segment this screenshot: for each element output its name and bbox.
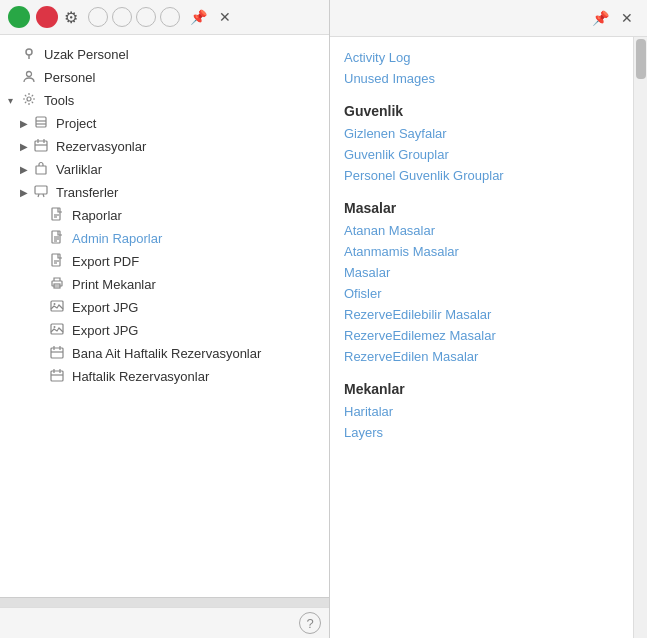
tree-item-bana-ait[interactable]: Bana Ait Haftalik Rezervasyonlar (0, 342, 329, 365)
tree-label-haftalik: Haftalik Rezervasyonlar (72, 369, 209, 384)
tree-icon-haftalik (50, 368, 66, 385)
svg-rect-21 (52, 254, 60, 266)
horizontal-scrollbar[interactable] (0, 597, 329, 607)
nav-arrows (88, 7, 180, 27)
menu-link-rezerve-edilen[interactable]: RezerveEdilen Masalar (344, 346, 629, 367)
menu-link-rezerve-edilebilir[interactable]: RezerveEdilebilir Masalar (344, 304, 629, 325)
tree-icon-tools (22, 92, 38, 109)
tree-label-transferler: Transferler (56, 185, 118, 200)
tree-label-export-jpg-2: Export JPG (72, 323, 138, 338)
tree-label-varliklar: Varliklar (56, 162, 102, 177)
tree-arrow-transferler: ▶ (20, 187, 30, 198)
tree-icon-export-jpg-2 (50, 322, 66, 339)
gear-button[interactable]: ⚙ (64, 8, 78, 27)
left-tree: Uzak PersonelPersonel▾Tools▶Project▶Reze… (0, 35, 329, 597)
tree-arrow-tools: ▾ (8, 95, 18, 106)
right-scrollbar[interactable] (633, 37, 647, 638)
svg-rect-10 (36, 166, 46, 174)
tree-item-raporlar[interactable]: Raporlar (0, 204, 329, 227)
menu-link-masalar[interactable]: Masalar (344, 262, 629, 283)
right-toolbar-buttons: 📌 ✕ (588, 8, 635, 28)
right-content-wrapper: Activity LogUnused ImagesGuvenlikGizlene… (330, 37, 647, 638)
add-button[interactable] (8, 6, 30, 28)
menu-link-haritalar[interactable]: Haritalar (344, 401, 629, 422)
tree-icon-print-mekanlar (50, 276, 66, 293)
tree-item-personel[interactable]: Personel (0, 66, 329, 89)
pin-button[interactable]: 📌 (188, 7, 209, 27)
tree-label-rezervasyonlar: Rezervasyonlar (56, 139, 146, 154)
tree-item-transferler[interactable]: ▶Transferler (0, 181, 329, 204)
main-container: ⚙ 📌 ✕ Uzak PersonelPersonel▾Tools▶Projec… (0, 0, 647, 638)
tree-item-haftalik[interactable]: Haftalik Rezervasyonlar (0, 365, 329, 388)
svg-rect-34 (51, 371, 63, 381)
tree-icon-export-pdf (50, 253, 66, 270)
tree-item-tools[interactable]: ▾Tools (0, 89, 329, 112)
tree-item-uzak-personel[interactable]: Uzak Personel (0, 43, 329, 66)
tree-icon-export-jpg-1 (50, 299, 66, 316)
right-scroll-thumb[interactable] (636, 39, 646, 79)
tree-item-export-jpg-1[interactable]: Export JPG (0, 296, 329, 319)
tree-item-rezervasyonlar[interactable]: ▶Rezervasyonlar (0, 135, 329, 158)
section-header-guvenlik: Guvenlik (344, 103, 629, 119)
menu-link-layers[interactable]: Layers (344, 422, 629, 443)
nav-forward3[interactable] (160, 7, 180, 27)
tree-icon-rezervasyonlar (34, 138, 50, 155)
section-header-masalar: Masalar (344, 200, 629, 216)
tree-label-personel: Personel (44, 70, 95, 85)
help-button[interactable]: ? (299, 612, 321, 634)
tree-label-project: Project (56, 116, 96, 131)
menu-link-activity-log[interactable]: Activity Log (344, 47, 629, 68)
svg-rect-3 (36, 117, 46, 127)
tree-label-admin-raporlar: Admin Raporlar (72, 231, 162, 246)
menu-link-atanan-masalar[interactable]: Atanan Masalar (344, 220, 629, 241)
tree-item-print-mekanlar[interactable]: Print Mekanlar (0, 273, 329, 296)
tree-item-project[interactable]: ▶Project (0, 112, 329, 135)
close-left-button[interactable]: ✕ (217, 7, 233, 27)
nav-back[interactable] (88, 7, 108, 27)
remove-button[interactable] (36, 6, 58, 28)
svg-rect-6 (35, 141, 47, 151)
svg-rect-14 (52, 208, 60, 220)
menu-link-personel-guvenlik[interactable]: Personel Guvenlik Grouplar (344, 165, 629, 186)
menu-link-atanmamis-masalar[interactable]: Atanmamis Masalar (344, 241, 629, 262)
tree-icon-transferler (34, 184, 50, 201)
menu-link-gizlenen-sayfalar[interactable]: Gizlenen Sayfalar (344, 123, 629, 144)
tree-item-varliklar[interactable]: ▶Varliklar (0, 158, 329, 181)
left-toolbar: ⚙ 📌 ✕ (0, 0, 329, 35)
svg-point-29 (54, 326, 56, 328)
tree-item-export-pdf[interactable]: Export PDF (0, 250, 329, 273)
svg-rect-28 (51, 324, 63, 334)
svg-rect-26 (51, 301, 63, 311)
nav-forward1[interactable] (112, 7, 132, 27)
left-bottom-bar: ? (0, 607, 329, 638)
tree-icon-bana-ait (50, 345, 66, 362)
tree-label-bana-ait: Bana Ait Haftalik Rezervasyonlar (72, 346, 261, 361)
tree-icon-varliklar (34, 161, 50, 178)
right-close-button[interactable]: ✕ (619, 8, 635, 28)
tree-label-print-mekanlar: Print Mekanlar (72, 277, 156, 292)
tree-icon-admin-raporlar (50, 230, 66, 247)
nav-forward2[interactable] (136, 7, 156, 27)
menu-link-unused-images[interactable]: Unused Images (344, 68, 629, 89)
menu-link-ofisler[interactable]: Ofisler (344, 283, 629, 304)
tree-item-admin-raporlar[interactable]: Admin Raporlar (0, 227, 329, 250)
tree-arrow-project: ▶ (20, 118, 30, 129)
tree-arrow-varliklar: ▶ (20, 164, 30, 175)
svg-point-0 (26, 49, 32, 55)
right-panel: 📌 ✕ Activity LogUnused ImagesGuvenlikGiz… (330, 0, 647, 638)
tree-label-raporlar: Raporlar (72, 208, 122, 223)
tree-item-export-jpg-2[interactable]: Export JPG (0, 319, 329, 342)
right-toolbar: 📌 ✕ (330, 0, 647, 37)
tree-icon-personel (22, 69, 38, 86)
left-panel: ⚙ 📌 ✕ Uzak PersonelPersonel▾Tools▶Projec… (0, 0, 330, 638)
tree-icon-raporlar (50, 207, 66, 224)
tree-label-export-jpg-1: Export JPG (72, 300, 138, 315)
svg-rect-30 (51, 348, 63, 358)
svg-rect-11 (35, 186, 47, 194)
svg-point-27 (54, 303, 56, 305)
menu-link-rezerve-edilemez[interactable]: RezerveEdilemez Masalar (344, 325, 629, 346)
tree-label-uzak-personel: Uzak Personel (44, 47, 129, 62)
right-pin-button[interactable]: 📌 (590, 8, 611, 28)
menu-link-guvenlik-grouplar[interactable]: Guvenlik Grouplar (344, 144, 629, 165)
svg-point-2 (27, 97, 31, 101)
